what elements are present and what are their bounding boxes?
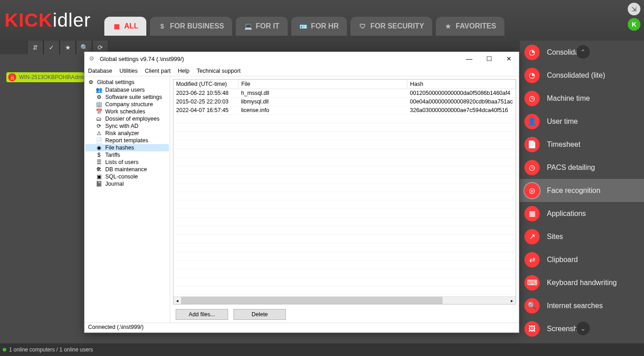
table-row-empty xyxy=(173,158,516,166)
column-file[interactable]: File xyxy=(238,80,407,89)
top-header: KICKidler ▦ALL$FOR BUSINESS💻FOR IT🪪FOR H… xyxy=(0,0,644,41)
scroll-left-icon[interactable]: ◂ xyxy=(173,297,181,304)
table-row[interactable]: 2023-06-22 10:55:48h_mssql.dll0012050000… xyxy=(173,89,516,98)
file-hashes-table-area[interactable]: Modified (UTC-time)FileHash 2023-06-22 1… xyxy=(173,80,516,296)
table-row-empty xyxy=(173,286,516,295)
feature-label: Internet searches xyxy=(547,302,603,310)
for-security-icon: 🛡 xyxy=(359,22,367,30)
tree-root[interactable]: ⚙ Global settings xyxy=(85,78,169,86)
consolidated-icon: ◔ xyxy=(524,45,540,60)
feature-timesheet[interactable]: 📄Timesheet xyxy=(520,133,644,156)
feature-label: PACS detailing xyxy=(547,164,595,172)
tree-item-company-structure[interactable]: 🏢Company structure xyxy=(85,101,169,108)
panel-scroll-up[interactable]: ⌃ xyxy=(576,45,590,59)
tree-item-report-templates[interactable]: 📄Report templates xyxy=(85,137,169,144)
feature-sites[interactable]: ↗Sites xyxy=(520,225,644,248)
kickidler-status-icon[interactable]: K xyxy=(628,18,640,31)
column-hash[interactable]: Hash xyxy=(407,80,515,89)
software-suite-settings-icon: ⚙ xyxy=(95,94,103,100)
table-horizontal-scrollbar[interactable]: ◂ ▸ xyxy=(173,296,516,304)
window-status: Connected (.\inst999/) xyxy=(84,323,519,333)
scroll-right-icon[interactable]: ▸ xyxy=(508,297,516,304)
table-row-empty xyxy=(173,269,516,278)
feature-consolidated-lite-[interactable]: ◔Consolidated (lite) xyxy=(520,64,644,87)
table-row-empty xyxy=(173,192,516,201)
tree-item-database-users[interactable]: 👥Database users xyxy=(85,86,169,94)
minimize-button[interactable]: — xyxy=(459,52,479,66)
tab-for-business[interactable]: $FOR BUSINESS xyxy=(150,17,232,36)
menu-technical-support[interactable]: Technical support xyxy=(197,68,241,74)
table-row[interactable]: 2022-04-07 16:57:45license.info326a03000… xyxy=(173,106,516,115)
file-hashes-table: Modified (UTC-time)FileHash 2023-06-22 1… xyxy=(173,80,516,296)
feature-internet-searches[interactable]: 🔍Internet searches xyxy=(520,294,644,317)
menu-help[interactable]: Help xyxy=(178,68,190,74)
feature-user-time[interactable]: 👤User time xyxy=(520,110,644,133)
table-row-empty xyxy=(173,115,516,123)
toolbar-button-1[interactable]: ✓ xyxy=(43,41,60,54)
tree-item-risk-analyzer[interactable]: ⚠Risk analyzer xyxy=(85,130,169,137)
settings-main: Modified (UTC-time)FileHash 2023-06-22 1… xyxy=(170,76,519,323)
menu-utilities[interactable]: Utilities xyxy=(120,68,138,74)
tree-item-sync-with-ad[interactable]: ⟳Sync with AD xyxy=(85,122,169,130)
feature-clipboard[interactable]: ⇄Clipboard xyxy=(520,248,644,271)
scroll-thumb[interactable] xyxy=(181,297,443,304)
menu-client-part[interactable]: Client part xyxy=(145,68,171,74)
file-hashes-icon: ◉ xyxy=(95,145,103,151)
tree-label: Lists of users xyxy=(105,159,139,165)
tab-all[interactable]: ▦ALL xyxy=(104,17,146,36)
lock-icon: 🔒 xyxy=(8,73,16,81)
window-titlebar[interactable]: ⚙ Global settings v9.74 (.\inst999/) — ☐… xyxy=(84,52,519,66)
tree-item-work-schedules[interactable]: 📅Work schedules xyxy=(85,108,169,115)
status-text: 1 online computers / 1 online users xyxy=(9,347,93,353)
consolidated-lite--icon: ◔ xyxy=(524,68,540,83)
tree-item-tariffs[interactable]: $Tariffs xyxy=(85,151,169,159)
cell-hash: 326a030000000000ae7c594dca40f516 xyxy=(407,106,515,115)
tab-for-security[interactable]: 🛡FOR SECURITY xyxy=(350,17,432,36)
company-structure-icon: 🏢 xyxy=(95,101,103,108)
logo-kick: KICK xyxy=(5,9,53,31)
window-menubar: DatabaseUtilitiesClient partHelpTechnica… xyxy=(84,66,519,76)
toolbar-button-0[interactable]: ⇵ xyxy=(27,41,43,54)
tree-item-lists-of-users[interactable]: ☰Lists of users xyxy=(85,159,169,166)
column-modified-utc-time-[interactable]: Modified (UTC-time) xyxy=(173,80,238,89)
panel-scroll-down[interactable]: ⌄ xyxy=(576,322,590,335)
tree-item-dossier-of-employees[interactable]: 🗂Dossier of employees xyxy=(85,115,169,122)
table-row-empty xyxy=(173,166,516,175)
feature-machine-time[interactable]: ◷Machine time xyxy=(520,87,644,110)
global-settings-window: ⚙ Global settings v9.74 (.\inst999/) — ☐… xyxy=(84,52,519,333)
connection-status: Connected (.\inst999/) xyxy=(88,324,144,330)
file-hashes-table-wrap: Modified (UTC-time)FileHash 2023-06-22 1… xyxy=(173,79,516,304)
tab-favorites[interactable]: ★FAVORITES xyxy=(436,17,504,36)
feature-keyboard-handwriting[interactable]: ⌨Keyboard handwriting xyxy=(520,271,644,294)
host-pill[interactable]: 🔒 WIN-2513OKBPOH9\Admin xyxy=(6,72,84,82)
tab-for-it[interactable]: 💻FOR IT xyxy=(236,17,287,36)
add-files-button[interactable]: Add files... xyxy=(176,309,228,320)
tree-item-file-hashes[interactable]: ◉File hashes xyxy=(85,144,169,151)
close-button[interactable]: ✕ xyxy=(499,52,519,66)
table-row-empty xyxy=(173,201,516,209)
tree-item-sql-console[interactable]: ▣SQL-console xyxy=(85,173,169,180)
table-row-empty xyxy=(173,252,516,261)
cell-modified: 2023-06-22 10:55:48 xyxy=(173,89,238,98)
table-row-empty xyxy=(173,132,516,141)
toolbar-button-2[interactable]: ★ xyxy=(60,41,76,54)
window-title: Global settings v9.74 (.\inst999/) xyxy=(100,56,456,62)
feature-face-recognition[interactable]: ◎Face recognition xyxy=(520,179,644,202)
menu-database[interactable]: Database xyxy=(88,68,112,74)
tree-item-software-suite-settings[interactable]: ⚙Software suite settings xyxy=(85,94,169,101)
table-row[interactable]: 2015-02-25 22:20:03libmysql.dll00e04a000… xyxy=(173,98,516,106)
online-dot-icon xyxy=(3,348,6,351)
tree-label: Database users xyxy=(105,87,145,93)
feature-applications[interactable]: ▦Applications xyxy=(520,202,644,225)
for-business-icon: $ xyxy=(158,22,166,30)
user-time-icon: 👤 xyxy=(524,114,540,129)
cell-modified: 2015-02-25 22:20:03 xyxy=(173,98,238,106)
logout-icon[interactable]: ⇲ xyxy=(628,3,640,15)
feature-pacs-detailing[interactable]: ◷PACS detailing xyxy=(520,156,644,179)
tree-item-journal[interactable]: 📓Journal xyxy=(85,180,169,187)
maximize-button[interactable]: ☐ xyxy=(479,52,499,66)
journal-icon: 📓 xyxy=(95,181,103,187)
delete-button[interactable]: Delete xyxy=(233,309,286,320)
tab-for-hr[interactable]: 🪪FOR HR xyxy=(291,17,347,36)
tree-item-db-maintenance[interactable]: 🛠DB maintenance xyxy=(85,166,169,173)
